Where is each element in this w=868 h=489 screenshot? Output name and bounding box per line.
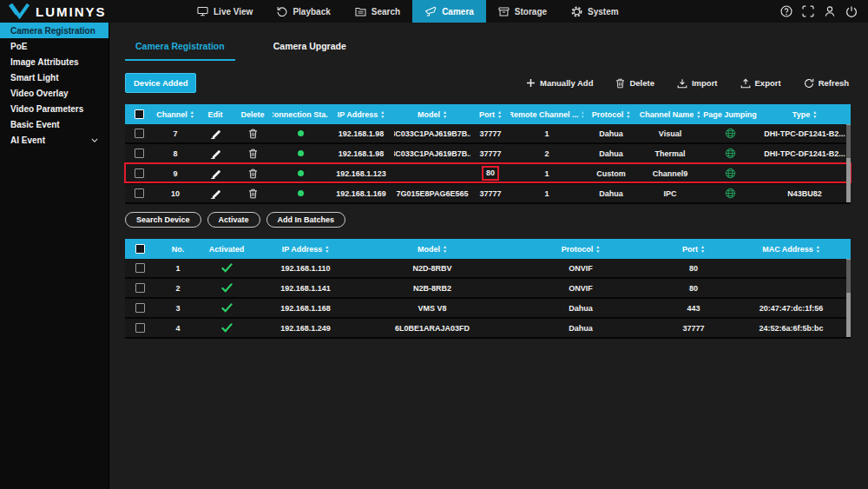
sidebar-item-ai-event[interactable]: AI Event bbox=[0, 132, 108, 148]
top-bar: LUMINYS Live ViewPlaybackSearchCameraSto… bbox=[0, 0, 868, 23]
table-row[interactable]: 8192.168.1.988C033C1PAJ619B7B...377772Da… bbox=[125, 144, 851, 164]
sidebar-item-video-parameters[interactable]: Video Parameters bbox=[0, 101, 108, 116]
user-icon[interactable] bbox=[824, 5, 836, 17]
page-jumping-button[interactable] bbox=[701, 148, 759, 159]
delete-button[interactable] bbox=[233, 188, 273, 199]
content-area: Camera RegistrationPoEImage AttributesSm… bbox=[0, 23, 868, 489]
col-protocol[interactable]: Protocol▲▼ bbox=[583, 110, 639, 119]
plus-icon bbox=[526, 78, 536, 88]
column-label: No. bbox=[172, 245, 185, 254]
tab-camera-registration[interactable]: Camera Registration bbox=[125, 41, 235, 61]
nav-item-label: Playback bbox=[293, 7, 330, 17]
table-row[interactable]: 9192.168.1.123801CustomChannel9 bbox=[125, 164, 851, 184]
nav-item-playback[interactable]: Playback bbox=[265, 0, 342, 23]
delete-button[interactable] bbox=[233, 129, 273, 139]
sort-icon: ▲▼ bbox=[443, 110, 447, 118]
sort-icon: ▲▼ bbox=[696, 110, 700, 118]
nav-item-search[interactable]: Search bbox=[343, 0, 412, 23]
toolbar-delete[interactable]: Delete bbox=[615, 78, 654, 89]
sidebar-item-basic-event[interactable]: Basic Event bbox=[0, 116, 108, 132]
toolbar-export[interactable]: Export bbox=[740, 78, 781, 89]
scrollbar[interactable] bbox=[846, 259, 851, 337]
col-port[interactable]: Port▲▼ bbox=[655, 245, 732, 254]
row-checkbox[interactable] bbox=[125, 263, 155, 273]
row-checkbox[interactable] bbox=[125, 129, 153, 138]
col-ip[interactable]: IP Address▲▼ bbox=[253, 245, 358, 254]
sidebar-item-label: AI Event bbox=[10, 135, 45, 145]
table-row[interactable]: 7192.168.1.988C033C1PAJ619B7B...377771Da… bbox=[125, 124, 851, 144]
col-channel_name[interactable]: Channel Name▲▼ bbox=[639, 110, 701, 119]
search-device-button[interactable]: Search Device bbox=[125, 212, 201, 228]
col-model[interactable]: Model▲▼ bbox=[358, 245, 506, 254]
col-select-all[interactable] bbox=[125, 244, 155, 254]
toolbar-actions: Manually AddDeleteImportExportRefresh bbox=[526, 78, 849, 89]
checkbox-icon bbox=[135, 109, 144, 119]
gear-icon bbox=[571, 6, 582, 17]
column-label: Protocol bbox=[592, 110, 624, 119]
tab-camera-upgrade[interactable]: Camera Upgrade bbox=[263, 41, 357, 61]
table-row[interactable]: 10192.168.1.1697G015E8PAG6E565377771Dahu… bbox=[125, 184, 851, 204]
help-icon[interactable] bbox=[780, 5, 792, 17]
nav-item-live-view[interactable]: Live View bbox=[185, 0, 265, 23]
app-window: LUMINYS Live ViewPlaybackSearchCameraSto… bbox=[0, 0, 868, 489]
cell-mac: 20:47:47:dc:1f:56 bbox=[732, 304, 851, 313]
page-jumping-button[interactable] bbox=[701, 128, 759, 139]
scrollbar-thumb[interactable] bbox=[846, 260, 851, 293]
sidebar-item-smart-light[interactable]: Smart Light bbox=[0, 69, 108, 85]
trash-icon bbox=[615, 78, 625, 89]
col-port[interactable]: Port▲▼ bbox=[470, 110, 510, 119]
tab-bar: Camera RegistrationCamera Upgrade bbox=[125, 41, 851, 61]
column-label: Page Jumping bbox=[703, 110, 757, 119]
col-protocol[interactable]: Protocol▲▼ bbox=[506, 245, 655, 254]
table-row[interactable]: 4192.168.1.2496L0BE1ARAJA03FDDahua377772… bbox=[125, 319, 851, 339]
col-ip[interactable]: IP Address▲▼ bbox=[328, 110, 394, 119]
table-row[interactable]: 2192.168.1.141N2B-8RB2ONVIF80 bbox=[125, 279, 851, 299]
table-row[interactable]: 3192.168.1.168VMS V8Dahua44320:47:47:dc:… bbox=[125, 299, 851, 319]
row-checkbox[interactable] bbox=[125, 188, 153, 198]
device-added-button[interactable]: Device Added bbox=[125, 73, 196, 93]
col-remote[interactable]: Remote Channel ...▲▼ bbox=[510, 110, 583, 119]
nav-item-storage[interactable]: Storage bbox=[486, 0, 559, 23]
row-checkbox[interactable] bbox=[125, 323, 155, 333]
cell-protocol: ONVIF bbox=[506, 264, 655, 273]
page-jumping-button[interactable] bbox=[701, 188, 759, 199]
col-channel[interactable]: Channel▲▼ bbox=[153, 110, 198, 119]
scrollbar[interactable] bbox=[846, 124, 851, 202]
cell-mac: 24:52:6a:6f:5b:bc bbox=[732, 324, 851, 333]
scrollbar-thumb[interactable] bbox=[846, 125, 851, 158]
row-checkbox[interactable] bbox=[125, 283, 155, 293]
column-label: Port bbox=[682, 245, 698, 254]
sidebar-item-poe[interactable]: PoE bbox=[0, 38, 108, 54]
scan-icon[interactable] bbox=[802, 5, 814, 17]
nav-item-system[interactable]: System bbox=[559, 0, 631, 23]
sidebar-item-image-attributes[interactable]: Image Attributes bbox=[0, 54, 108, 69]
delete-button[interactable] bbox=[233, 169, 273, 179]
toolbar-item-label: Manually Add bbox=[540, 78, 593, 88]
table-row[interactable]: 1192.168.1.110N2D-8RBVONVIF80 bbox=[125, 259, 851, 279]
add-in-batches-button[interactable]: Add In Batches bbox=[266, 212, 346, 228]
sidebar-item-camera-registration[interactable]: Camera Registration bbox=[0, 23, 108, 38]
column-label: Protocol bbox=[562, 245, 594, 254]
row-checkbox[interactable] bbox=[125, 169, 153, 178]
page-jumping-button[interactable] bbox=[701, 168, 759, 179]
toolbar-refresh[interactable]: Refresh bbox=[804, 78, 849, 89]
power-icon[interactable] bbox=[845, 5, 858, 17]
column-label: MAC Address bbox=[762, 245, 813, 254]
col-type[interactable]: Type▲▼ bbox=[759, 110, 851, 119]
activate-button[interactable]: Activate bbox=[207, 212, 260, 228]
edit-button[interactable] bbox=[198, 168, 233, 179]
nav-item-camera[interactable]: Camera bbox=[412, 0, 486, 23]
edit-button[interactable] bbox=[198, 148, 233, 159]
edit-button[interactable] bbox=[198, 128, 233, 139]
toolbar-manually-add[interactable]: Manually Add bbox=[526, 78, 593, 88]
delete-button[interactable] bbox=[233, 149, 273, 159]
row-checkbox[interactable] bbox=[125, 303, 155, 313]
sidebar-item-video-overlay[interactable]: Video Overlay bbox=[0, 85, 108, 101]
row-checkbox[interactable] bbox=[125, 149, 153, 158]
col-model[interactable]: Model▲▼ bbox=[394, 110, 470, 119]
sort-icon: ▲▼ bbox=[595, 245, 600, 253]
col-select-all[interactable] bbox=[125, 109, 153, 119]
toolbar-import[interactable]: Import bbox=[677, 78, 718, 89]
edit-button[interactable] bbox=[198, 188, 233, 199]
col-mac[interactable]: MAC Address▲▼ bbox=[732, 245, 851, 254]
